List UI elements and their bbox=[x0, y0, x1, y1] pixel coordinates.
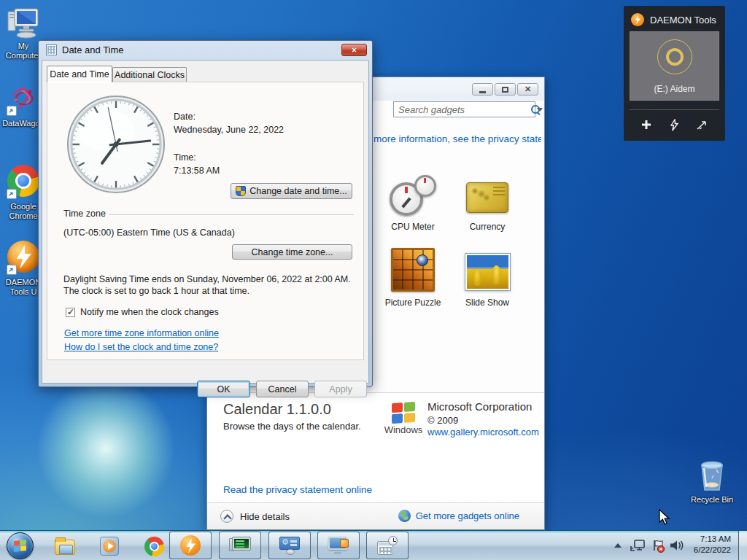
hide-details-button[interactable]: Hide details bbox=[220, 510, 290, 523]
time-label: Time: bbox=[174, 152, 196, 163]
globe-icon bbox=[398, 510, 411, 522]
group-separator bbox=[109, 214, 354, 215]
checkbox-checked-icon[interactable] bbox=[66, 308, 75, 317]
shortcut-arrow-icon bbox=[7, 189, 17, 199]
desktop-icon-label: Recycle Bin bbox=[687, 495, 737, 505]
dialog-title: Date and Time bbox=[62, 44, 124, 55]
daemon-tools-logo-icon bbox=[631, 13, 644, 26]
start-button[interactable] bbox=[7, 532, 34, 559]
shortcut-arrow-icon bbox=[7, 265, 17, 275]
taskbar-pin-explorer[interactable] bbox=[53, 534, 77, 559]
taskbar-pin-media-player[interactable] bbox=[97, 534, 122, 559]
desktop-icon-recycle-bin[interactable]: Recycle Bin bbox=[687, 458, 737, 505]
notify-checkbox-row[interactable]: Notify me when the clock changes bbox=[66, 307, 219, 317]
quick-mount-button[interactable] bbox=[663, 115, 685, 134]
divider bbox=[630, 109, 719, 110]
chrome-icon bbox=[6, 165, 41, 200]
daemon-tools-icon bbox=[180, 535, 201, 556]
uac-shield-icon bbox=[236, 186, 246, 196]
tray-overflow-chevron-icon[interactable] bbox=[614, 543, 622, 548]
timezone-group-label: Time zone bbox=[63, 209, 106, 219]
dst-notice: Daylight Saving Time ends on Sunday, Nov… bbox=[63, 273, 355, 297]
dialog-close-button[interactable]: × bbox=[341, 44, 367, 56]
close-button[interactable]: ✕ bbox=[517, 83, 538, 96]
tray-clock[interactable]: 7:13 AM 6/22/2022 bbox=[683, 534, 731, 556]
gadget-gallery-icon bbox=[328, 537, 349, 554]
chevron-up-icon bbox=[220, 510, 233, 523]
shortcut-arrow-icon bbox=[7, 106, 17, 116]
notify-checkbox-label: Notify me when the clock changes bbox=[80, 307, 219, 317]
taskbar-app-control-panel[interactable] bbox=[268, 532, 311, 559]
privacy-statement-link[interactable]: Read the privacy statement online bbox=[223, 484, 372, 495]
control-panel-icon bbox=[279, 537, 300, 554]
ok-button[interactable]: OK bbox=[197, 381, 250, 397]
date-time-dialog: Date and Time × Date and Time Additional… bbox=[38, 40, 373, 387]
lightning-icon bbox=[669, 119, 679, 131]
change-timezone-button[interactable]: Change time zone... bbox=[232, 244, 352, 260]
system-monitor-icon bbox=[229, 537, 251, 554]
add-image-button[interactable] bbox=[635, 115, 657, 134]
currency-icon bbox=[466, 182, 508, 213]
virtual-drive-panel[interactable]: (E:) Aidem bbox=[630, 31, 719, 101]
privacy-notice-link[interactable]: For more information, see the privacy st… bbox=[356, 133, 541, 144]
how-to-set-clock-link[interactable]: How do I set the clock and time zone? bbox=[64, 342, 218, 352]
minimize-button[interactable] bbox=[472, 83, 493, 96]
analog-clock bbox=[65, 93, 167, 195]
tray-time: 7:13 AM bbox=[683, 534, 731, 545]
gadget-name: Slide Show bbox=[465, 298, 509, 308]
network-icon[interactable] bbox=[630, 540, 645, 555]
picture-puzzle-icon bbox=[391, 248, 435, 292]
publisher-name: Microsoft Corporation bbox=[427, 400, 532, 413]
datawagon-icon bbox=[6, 82, 41, 117]
dart-icon bbox=[696, 120, 708, 131]
tray-date: 6/22/2022 bbox=[683, 545, 731, 556]
slide-show-icon bbox=[465, 254, 510, 290]
taskbar-app-date-time[interactable] bbox=[366, 532, 409, 559]
gadget-name: CPU Meter bbox=[391, 222, 434, 232]
cancel-button[interactable]: Cancel bbox=[256, 381, 309, 397]
tab-additional-clocks[interactable]: Additional Clocks bbox=[112, 67, 187, 82]
windows-flag-icon bbox=[392, 402, 415, 424]
date-time-icon bbox=[46, 44, 57, 55]
date-label: Date: bbox=[174, 112, 196, 122]
gadget-details-panel: Calendar 1.1.0.0 Browse the days of the … bbox=[207, 392, 544, 504]
close-icon: ✕ bbox=[525, 85, 531, 93]
plus-icon bbox=[640, 119, 652, 131]
taskbar: 7:13 AM 6/22/2022 bbox=[0, 530, 747, 560]
drive-label: (E:) Aidem bbox=[630, 84, 719, 94]
gadget-search-box[interactable] bbox=[393, 101, 535, 117]
taskbar-app-system-monitor[interactable] bbox=[219, 532, 261, 559]
gadget-detail-description: Browse the days of the calendar. bbox=[223, 421, 361, 432]
chrome-icon bbox=[144, 537, 164, 556]
change-date-time-button[interactable]: Change date and time... bbox=[231, 183, 352, 199]
windows-orb-icon bbox=[14, 540, 26, 551]
action-center-flag-icon[interactable] bbox=[651, 540, 665, 556]
more-timezone-info-link[interactable]: Get more time zone information online bbox=[64, 328, 219, 338]
recycle-bin-icon bbox=[694, 458, 729, 493]
search-input[interactable] bbox=[394, 104, 531, 115]
daemon-tools-gadget: DAEMON Tools (E:) Aidem bbox=[624, 6, 725, 141]
taskbar-app-gadget-gallery[interactable] bbox=[317, 532, 360, 559]
time-value: 7:13:58 AM bbox=[174, 166, 220, 176]
catch-disc-button[interactable] bbox=[692, 115, 713, 134]
get-more-gadgets-link[interactable]: Get more gadgets online bbox=[398, 510, 519, 522]
gadget-tile-slide-show[interactable]: Slide Show bbox=[440, 239, 535, 308]
dialog-titlebar[interactable]: Date and Time bbox=[46, 44, 124, 55]
maximize-button[interactable] bbox=[495, 83, 516, 96]
date-time-icon bbox=[377, 536, 398, 555]
copyright-text: © 2009 bbox=[427, 415, 458, 426]
gadget-name: Picture Puzzle bbox=[385, 298, 441, 308]
gadget-tile-currency[interactable]: Currency bbox=[440, 165, 535, 232]
gadget-name: Currency bbox=[470, 222, 506, 232]
explorer-icon bbox=[55, 540, 75, 555]
minimize-icon bbox=[479, 91, 486, 93]
gallery-url-link[interactable]: www.gallery.microsoft.com bbox=[427, 427, 539, 438]
tab-date-and-time[interactable]: Date and Time bbox=[47, 66, 112, 82]
timezone-value: (UTC-05:00) Eastern Time (US & Canada) bbox=[63, 228, 235, 238]
dialog-body: Date and Time Additional Clocks D bbox=[42, 60, 369, 384]
taskbar-pin-chrome[interactable] bbox=[142, 534, 166, 559]
volume-icon[interactable] bbox=[670, 540, 684, 554]
show-desktop-button[interactable] bbox=[738, 531, 747, 560]
gadget-window-footer: Hide details Get more gadgets online bbox=[207, 502, 544, 529]
taskbar-app-daemon-tools[interactable] bbox=[169, 532, 212, 559]
